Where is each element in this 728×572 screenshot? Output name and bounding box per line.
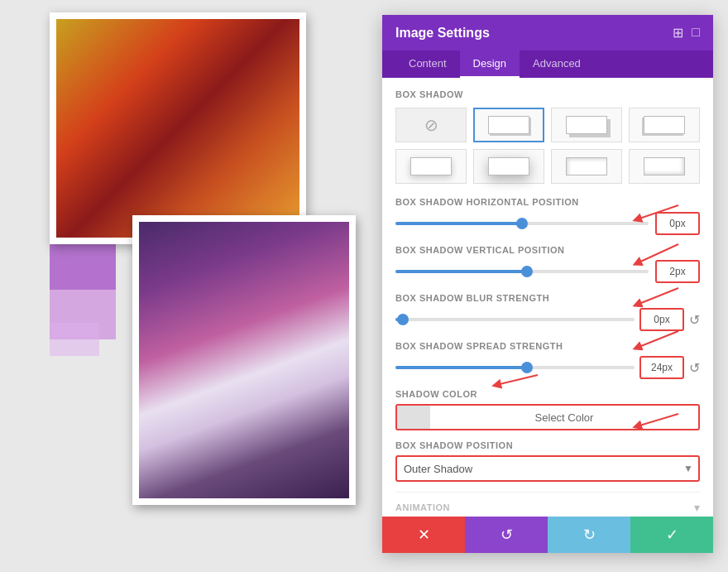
horizontal-fill xyxy=(395,222,522,225)
tabs-bar: Content Design Advanced xyxy=(382,50,713,78)
animation-chevron-icon: ▾ xyxy=(694,501,700,514)
slider-vertical-row: Box Shadow Vertical Position xyxy=(395,245,700,283)
shadow-position-label: Box Shadow Position xyxy=(395,440,700,450)
color-select-button[interactable]: Select Color xyxy=(395,404,700,430)
bottom-toolbar: ✕ ↺ ↻ ✓ xyxy=(382,517,713,553)
vertical-input[interactable] xyxy=(655,260,700,283)
shadow-option-8[interactable] xyxy=(629,149,700,184)
panel-title: Image Settings xyxy=(395,26,490,41)
slider-blur-row: Box Shadow Blur Strength ↺ xyxy=(395,293,700,331)
vertical-control xyxy=(395,260,700,283)
spread-thumb[interactable] xyxy=(521,362,533,373)
shadow-preview-6 xyxy=(488,157,529,175)
settings-icon[interactable]: ⊞ xyxy=(673,25,683,41)
shadow-preview-3 xyxy=(566,116,607,134)
horizontal-control xyxy=(395,212,700,235)
settings-panel: Image Settings ⊞ □ Content Design Advanc… xyxy=(382,15,713,553)
shadow-color-row: Shadow Color Select Color xyxy=(395,389,700,430)
panel-header: Image Settings ⊞ □ xyxy=(382,15,713,50)
shadow-position-row: Box Shadow Position Outer Shadow Inner S… xyxy=(395,440,700,482)
reset-icon: ↺ xyxy=(500,526,513,544)
redo-icon: ↻ xyxy=(583,526,596,544)
shadow-option-2[interactable] xyxy=(473,108,544,142)
horizontal-label: Box Shadow Horizontal Position xyxy=(395,197,700,207)
background-area xyxy=(0,0,347,572)
blur-track[interactable] xyxy=(395,318,635,321)
vertical-thumb[interactable] xyxy=(521,266,533,277)
shadow-option-none[interactable]: ⊘ xyxy=(395,108,467,142)
slider-spread-row: Box Shadow Spread Strength ↺ xyxy=(395,341,700,379)
shadow-preview-8 xyxy=(644,157,685,175)
tab-advanced[interactable]: Advanced xyxy=(520,50,594,79)
tab-content[interactable]: Content xyxy=(395,50,460,79)
shadow-style-grid: ⊘ xyxy=(395,108,700,184)
shadow-preview-7 xyxy=(566,157,607,175)
blur-control: ↺ xyxy=(395,308,700,331)
redo-button[interactable]: ↻ xyxy=(548,517,630,553)
box-shadow-label: Box Shadow xyxy=(395,89,700,99)
spread-label: Box Shadow Spread Strength xyxy=(395,341,700,351)
shadow-position-select[interactable]: Outer Shadow Inner Shadow xyxy=(395,455,700,482)
horizontal-input[interactable] xyxy=(655,212,700,235)
vertical-track[interactable] xyxy=(395,270,649,273)
vertical-fill xyxy=(395,270,527,273)
color-select-label: Select Color xyxy=(430,411,698,424)
save-button[interactable]: ✓ xyxy=(630,517,713,553)
spread-fill xyxy=(395,366,527,369)
shadow-preview-5 xyxy=(410,157,452,175)
tab-design[interactable]: Design xyxy=(460,50,520,79)
save-icon: ✓ xyxy=(666,526,678,544)
shadow-option-7[interactable] xyxy=(551,149,622,184)
animation-label: Animation xyxy=(395,502,450,512)
cancel-button[interactable]: ✕ xyxy=(382,517,465,553)
horizontal-track[interactable] xyxy=(395,222,649,225)
spread-control: ↺ xyxy=(395,356,700,379)
spread-track[interactable] xyxy=(395,366,635,369)
slider-horizontal-row: Box Shadow Horizontal Position xyxy=(395,197,700,235)
shadow-option-4[interactable] xyxy=(629,108,700,142)
panel-content: Box Shadow ⊘ xyxy=(382,78,713,517)
cancel-icon: ✕ xyxy=(418,526,430,544)
header-icons: ⊞ □ xyxy=(673,25,700,41)
flower-image-2 xyxy=(132,215,356,505)
blur-thumb[interactable] xyxy=(397,314,409,325)
flower-image-1 xyxy=(50,12,306,244)
shadow-preview-2 xyxy=(488,116,529,134)
horizontal-thumb[interactable] xyxy=(516,218,528,229)
spread-input[interactable] xyxy=(639,356,684,379)
vertical-label: Box Shadow Vertical Position xyxy=(395,245,700,255)
spread-reset-icon[interactable]: ↺ xyxy=(689,360,700,376)
reset-button[interactable]: ↺ xyxy=(465,517,548,553)
blur-label: Box Shadow Blur Strength xyxy=(395,293,700,303)
shadow-color-label: Shadow Color xyxy=(395,389,700,399)
shadow-option-5[interactable] xyxy=(395,149,467,184)
blur-reset-icon[interactable]: ↺ xyxy=(689,312,700,328)
no-shadow-icon: ⊘ xyxy=(424,115,438,135)
color-swatch xyxy=(397,406,430,429)
shadow-preview-4 xyxy=(644,116,685,134)
shadow-option-6[interactable] xyxy=(473,149,544,184)
shadow-option-3[interactable] xyxy=(551,108,622,142)
expand-icon[interactable]: □ xyxy=(692,25,700,41)
purple-accent-3 xyxy=(50,323,99,356)
blur-input[interactable] xyxy=(639,308,684,331)
animation-section[interactable]: Animation ▾ xyxy=(395,492,700,517)
shadow-position-wrapper: Outer Shadow Inner Shadow ▼ xyxy=(395,455,700,482)
